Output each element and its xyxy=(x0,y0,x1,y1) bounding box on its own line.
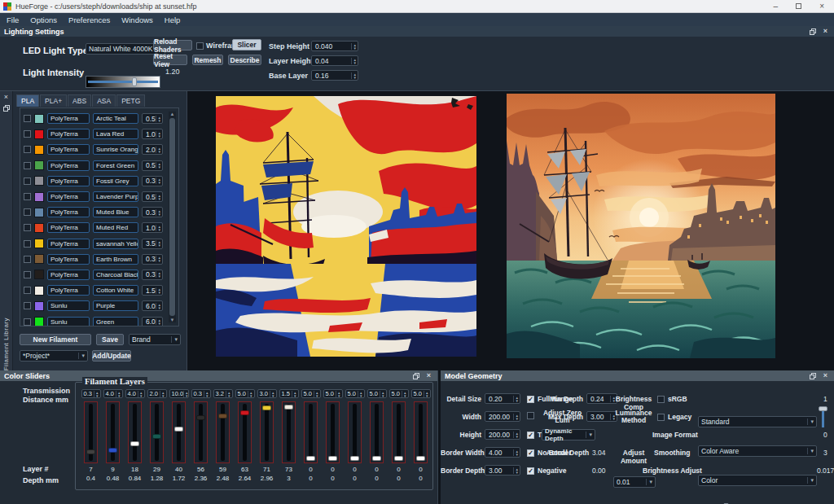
width-spinbox[interactable]: 200.00▴▾ xyxy=(485,411,520,422)
filament-name-field[interactable]: Sunrise Orange xyxy=(93,144,138,155)
filament-brand-field[interactable]: Sunlu xyxy=(47,317,90,327)
slider-handle[interactable] xyxy=(306,456,315,461)
layer-transmission-spinbox[interactable]: 0.3▴▾ xyxy=(81,389,101,398)
filament-td-spinbox[interactable]: 0.3▴▾ xyxy=(142,176,163,186)
filament-color-swatch[interactable] xyxy=(34,286,44,296)
offset-select[interactable]: 0.01▾ xyxy=(613,476,656,488)
filament-name-field[interactable]: Purple xyxy=(93,300,138,311)
layer-depth-slider[interactable] xyxy=(260,401,274,463)
spin-down-icon[interactable]: ▾ xyxy=(353,76,356,79)
border-depth-spinbox[interactable]: 3.00▴▾ xyxy=(485,465,520,476)
border-width-spinbox[interactable]: 4.00▴▾ xyxy=(485,447,520,458)
filament-enable-checkbox[interactable] xyxy=(24,146,31,153)
slider-handle[interactable] xyxy=(196,415,205,420)
slider-handle[interactable] xyxy=(350,456,359,461)
filament-name-field[interactable]: Fossil Grey xyxy=(93,176,138,186)
filament-name-field[interactable]: Arctic Teal xyxy=(93,113,138,124)
filament-enable-checkbox[interactable] xyxy=(24,162,31,169)
filament-td-spinbox[interactable]: 0.3▴▾ xyxy=(142,254,163,265)
filament-td-spinbox[interactable]: 1.5▴▾ xyxy=(142,285,163,296)
filament-brand-field[interactable]: PolyTerra xyxy=(47,207,90,217)
slider-handle[interactable] xyxy=(152,434,161,439)
filament-enable-checkbox[interactable] xyxy=(24,208,31,216)
mini-vertical-slider[interactable] xyxy=(819,406,827,427)
color-profile-select[interactable]: Standard▾ xyxy=(698,416,817,427)
filament-brand-field[interactable]: PolyTerra xyxy=(47,113,90,124)
filament-td-spinbox[interactable]: 2.0▴▾ xyxy=(142,144,163,155)
filament-enable-checkbox[interactable] xyxy=(24,240,31,248)
filament-td-spinbox[interactable]: 6.0▴▾ xyxy=(142,317,163,327)
scroll-up-icon[interactable]: ▲ xyxy=(170,112,175,116)
filament-color-swatch[interactable] xyxy=(34,254,44,264)
menu-help[interactable]: Help xyxy=(165,15,181,24)
new-filament-button[interactable]: New Filament xyxy=(20,334,91,345)
filament-color-swatch[interactable] xyxy=(34,192,44,202)
base-layer-spinbox[interactable]: 0.16▴▾ xyxy=(311,70,358,81)
layer-transmission-spinbox[interactable]: 3.0▴▾ xyxy=(257,389,277,398)
layer-transmission-spinbox[interactable]: 4.0▴▾ xyxy=(125,389,145,398)
float-dock-icon[interactable] xyxy=(2,104,10,112)
slider-handle[interactable] xyxy=(86,449,95,454)
layer-height-spinbox[interactable]: 0.04▴▾ xyxy=(311,55,358,66)
layer-transmission-spinbox[interactable]: 10.0▴▾ xyxy=(169,389,189,398)
close-button[interactable]: × xyxy=(819,1,824,12)
layer-transmission-spinbox[interactable]: 5.0▴▾ xyxy=(345,389,365,398)
color-mode-select[interactable]: Color Aware▾ xyxy=(698,445,817,457)
tab-asa[interactable]: ASA xyxy=(92,94,116,107)
layer-depth-slider[interactable] xyxy=(128,401,142,463)
layer-depth-slider[interactable] xyxy=(414,401,428,463)
layer-transmission-spinbox[interactable]: 3.2▴▾ xyxy=(213,389,233,398)
float-panel-icon[interactable] xyxy=(809,372,816,379)
filament-brand-field[interactable]: PolyTerra xyxy=(47,239,90,249)
brand-select[interactable]: Brand▾ xyxy=(129,334,181,345)
filament-enable-checkbox[interactable] xyxy=(24,318,31,326)
layer-depth-slider[interactable] xyxy=(106,401,120,463)
filament-enable-checkbox[interactable] xyxy=(24,287,31,294)
slider-handle[interactable] xyxy=(262,405,271,410)
layer-transmission-spinbox[interactable]: 2.0▴▾ xyxy=(147,389,167,398)
filament-name-field[interactable]: Lava Red xyxy=(93,129,138,139)
slider-handle[interactable] xyxy=(416,456,425,461)
filament-brand-field[interactable]: PolyTerra xyxy=(47,270,90,280)
filament-name-field[interactable]: Lavender Purple xyxy=(93,191,138,202)
layer-depth-slider[interactable] xyxy=(392,401,406,463)
srgb-checkbox[interactable]: sRGB xyxy=(657,395,687,403)
close-dock-icon[interactable]: × xyxy=(2,94,10,101)
layer-depth-slider[interactable] xyxy=(194,401,208,463)
filament-enable-checkbox[interactable] xyxy=(24,224,31,231)
filament-name-field[interactable]: Green xyxy=(93,317,138,327)
filament-td-spinbox[interactable]: 1.0▴▾ xyxy=(142,222,163,233)
filament-td-spinbox[interactable]: 0.5▴▾ xyxy=(142,160,163,171)
save-button[interactable]: Save xyxy=(96,334,124,345)
slider-handle[interactable] xyxy=(174,427,183,432)
filament-color-swatch[interactable] xyxy=(34,176,44,186)
slider-handle[interactable] xyxy=(218,414,227,419)
close-panel-icon[interactable]: × xyxy=(425,372,432,379)
filament-brand-field[interactable]: PolyTerra xyxy=(47,160,90,171)
menu-file[interactable]: File xyxy=(7,15,19,24)
filament-brand-field[interactable]: PolyTerra xyxy=(47,191,90,202)
filament-painted-preview[interactable] xyxy=(216,96,476,357)
layer-depth-slider[interactable] xyxy=(304,401,318,463)
filament-name-field[interactable]: Earth Brown xyxy=(93,254,138,265)
layer-depth-slider[interactable] xyxy=(172,401,186,463)
filament-enable-checkbox[interactable] xyxy=(24,302,31,309)
light-intensity-handle[interactable] xyxy=(132,77,137,86)
step-height-spinbox[interactable]: 0.040▴▾ xyxy=(311,41,358,51)
filament-td-spinbox[interactable]: 6.0▴▾ xyxy=(142,300,163,311)
legacy-checkbox[interactable]: Legacy xyxy=(657,413,691,421)
project-select[interactable]: *Project*▾ xyxy=(20,350,88,362)
filament-color-swatch[interactable] xyxy=(34,239,44,248)
filament-name-field[interactable]: Cotton White xyxy=(93,285,138,296)
menu-preferences[interactable]: Preferences xyxy=(68,15,110,24)
tab-petg[interactable]: PETG xyxy=(116,94,145,107)
slider-handle[interactable] xyxy=(240,410,249,415)
filament-color-swatch[interactable] xyxy=(34,223,44,233)
scroll-down-icon[interactable]: ▼ xyxy=(170,318,175,322)
layer-transmission-spinbox[interactable]: 0.3▴▾ xyxy=(191,389,211,398)
slider-handle[interactable] xyxy=(328,456,337,461)
filament-enable-checkbox[interactable] xyxy=(24,271,31,278)
layer-depth-slider[interactable] xyxy=(370,401,384,463)
filament-name-field[interactable]: Charcoal Black xyxy=(93,270,138,280)
filament-td-spinbox[interactable]: 0.5▴▾ xyxy=(142,191,163,202)
